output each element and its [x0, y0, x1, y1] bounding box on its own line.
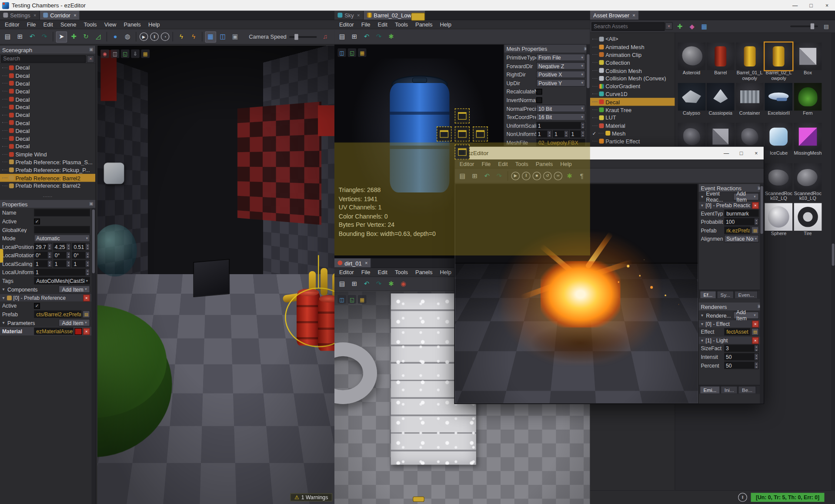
asset-item[interactable]: Box	[794, 43, 822, 76]
remove-renderer-button[interactable]: ×	[752, 320, 759, 327]
number-spinner[interactable]: 1▴▾	[536, 122, 585, 129]
component-group-header[interactable]: ▼ [0] - Prefab Reference ×	[0, 293, 92, 301]
camera-icon[interactable]: ◉	[100, 50, 109, 58]
camera-speed-slider[interactable]	[289, 36, 317, 38]
menu-editor[interactable]: Editor	[335, 269, 357, 275]
number-spinner[interactable]: 1▴▾	[34, 269, 90, 276]
maximize-button[interactable]: □	[734, 147, 748, 159]
asset-item[interactable]: Asteroid	[678, 43, 706, 76]
dock-target-bottom-icon[interactable]	[455, 145, 470, 159]
scale-tool-icon[interactable]: ◿	[93, 31, 104, 43]
maximize-viewport-icon[interactable]: ◱	[121, 50, 130, 58]
material-asset-field[interactable]: ezMaterialAsset	[34, 328, 73, 335]
dropdown[interactable]: AutoColMesh|CastShadow▾	[34, 277, 90, 285]
scenegraph-item[interactable]: Simple Wind	[0, 150, 95, 158]
menu-panels[interactable]: Panels	[120, 21, 144, 28]
tab-close-icon[interactable]: ×	[632, 13, 635, 18]
dropdown[interactable]: Positive X▾	[536, 71, 585, 78]
save-all-icon[interactable]: ⊞	[349, 31, 360, 43]
number-spinner[interactable]: 100▴▾	[724, 218, 759, 225]
clear-search-icon[interactable]: ×	[665, 22, 672, 30]
undo-icon[interactable]: ↶	[361, 31, 372, 43]
asset-item[interactable]: Cassiopeia	[706, 83, 735, 116]
asset-item[interactable]: ScannedRock03_LQ	[794, 163, 822, 201]
scenegraph-search-input[interactable]	[1, 55, 86, 63]
asset-category[interactable]: Collision Mesh (Convex)	[590, 74, 675, 82]
dock-target-center-icon[interactable]	[455, 126, 470, 141]
asset-settings-icon[interactable]: ✱	[386, 31, 397, 43]
audio-icon[interactable]: ♫	[320, 31, 331, 43]
number-spinner[interactable]: 1▴▾	[536, 130, 552, 138]
asset-category[interactable]: Decal	[590, 98, 675, 106]
menu-tools[interactable]: Tools	[391, 269, 411, 275]
thumbnail-capture-icon[interactable]: ϟ	[188, 31, 199, 43]
number-spinner[interactable]: 0.51▴▾	[72, 243, 90, 250]
dropdown[interactable]: 16 Bit▾	[536, 113, 585, 121]
dropdown[interactable]: Automatic▾	[34, 235, 90, 242]
asset-item[interactable]: Container	[735, 83, 764, 116]
dropdown[interactable]: 10 Bit▾	[536, 105, 585, 112]
camera-icon[interactable]: ◫	[337, 48, 346, 57]
text-field[interactable]	[34, 226, 90, 233]
asset-item[interactable]: IceCube	[765, 123, 793, 156]
world-space-icon[interactable]: ●	[110, 31, 121, 43]
grid-icon[interactable]: ▦	[358, 295, 367, 304]
browse-asset-button[interactable]: ▤	[752, 328, 759, 335]
scenegraph-item[interactable]: Prefab Reference: Plasma_S...	[0, 158, 95, 166]
collapse-caret-icon[interactable]: ▼	[700, 322, 704, 326]
dropdown[interactable]: Surface Non▾	[724, 235, 759, 242]
layers-icon[interactable]: ◫	[111, 50, 120, 58]
scenegraph-item[interactable]: Decal	[0, 87, 95, 95]
maximize-button[interactable]: □	[803, 0, 819, 10]
asset-category[interactable]: <All>	[590, 35, 675, 43]
checkbox[interactable]	[536, 89, 542, 94]
number-spinner[interactable]: 0°▴▾	[72, 252, 90, 259]
collapse-caret-icon[interactable]: ▼	[700, 195, 704, 199]
tab-close-icon[interactable]: ×	[73, 13, 76, 18]
save-icon[interactable]: ▤	[2, 31, 13, 43]
rotate-tool-icon[interactable]: ↻	[80, 31, 92, 43]
asset-settings-icon[interactable]: ✱	[386, 279, 397, 290]
light-group-header[interactable]: ▼ [1] - Light ×	[699, 336, 764, 344]
shading-mode-icon[interactable]: ▣	[230, 31, 241, 43]
add-parameter-button[interactable]: Add Item▾	[59, 319, 90, 326]
collapsed-panel-tab[interactable]	[0, 249, 3, 263]
grid-icon[interactable]: ▦	[141, 50, 150, 58]
dock-target-top-icon[interactable]	[455, 109, 470, 123]
menu-help[interactable]: Help	[144, 21, 164, 28]
number-spinner[interactable]: 1▴▾	[53, 260, 71, 267]
menu-scene[interactable]: Scene	[57, 21, 80, 28]
asset-category[interactable]: Animation Clip	[590, 51, 675, 59]
scenegraph-item[interactable]: Decal	[0, 143, 95, 150]
add-component-button[interactable]: Add Item▾	[59, 285, 90, 293]
tab-settings[interactable]: Settings ×	[0, 10, 40, 20]
panel-tab[interactable]: Ef...	[700, 291, 716, 298]
close-button[interactable]: ×	[819, 0, 835, 10]
panel-options-icon[interactable]: ▣	[89, 202, 93, 206]
add-renderer-button[interactable]: Add Item▾	[733, 312, 759, 319]
asset-item[interactable]: Barrel_02_Lowpoly	[765, 43, 793, 81]
save-icon[interactable]: ▤	[337, 279, 348, 290]
dock-target-left-icon[interactable]	[437, 126, 451, 141]
maximize-viewport-icon[interactable]: ◱	[348, 295, 357, 304]
asset-item[interactable]: Barrel	[706, 43, 735, 76]
select-tool-icon[interactable]: ➤	[56, 31, 67, 43]
asset-category[interactable]: Animated Mesh	[590, 43, 675, 51]
asset-category[interactable]: LUT	[590, 114, 675, 122]
asset-category[interactable]: Collection	[590, 59, 675, 66]
properties-scrollbar[interactable]	[92, 209, 96, 504]
number-spinner[interactable]: 1▴▾	[553, 130, 568, 138]
active-checkbox[interactable]: ✓	[34, 303, 40, 308]
checkbox[interactable]: ✓	[34, 218, 40, 224]
asset-category[interactable]: Particle Effect	[590, 137, 675, 145]
menu-editor[interactable]: Editor	[335, 21, 357, 28]
panel-splitter[interactable]: ⋯⋯	[0, 195, 95, 199]
translate-tool-icon[interactable]: ✚	[68, 31, 80, 43]
asset-item[interactable]: ScannedRock02_LQ	[765, 163, 793, 201]
redo-icon[interactable]: ↷	[373, 31, 384, 43]
scenegraph-item[interactable]: Decal	[0, 95, 95, 103]
asset-reference-field[interactable]: fectAsset	[724, 328, 750, 335]
menu-file[interactable]: File	[357, 269, 374, 275]
scenegraph-item[interactable]: Decal	[0, 119, 95, 127]
number-spinner[interactable]: 1▴▾	[570, 130, 585, 138]
